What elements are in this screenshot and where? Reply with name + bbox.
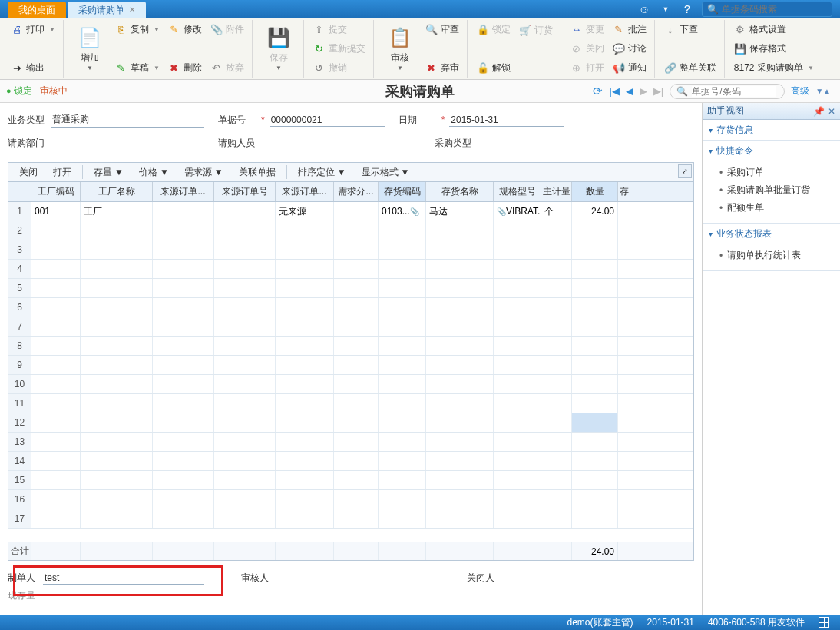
ptype-value[interactable] xyxy=(478,142,608,144)
table-row[interactable]: 3 xyxy=(8,240,693,260)
table-row[interactable]: 11 xyxy=(8,394,693,413)
doc-search[interactable]: 🔍 xyxy=(670,84,785,99)
grid-body[interactable]: 1001工厂一无来源0103... 📎马达📎 VIBRAT...个24.0023… xyxy=(8,202,693,542)
table-row[interactable]: 1001工厂一无来源0103... 📎马达📎 VIBRAT...个24.00 xyxy=(8,202,693,221)
biztype-value[interactable]: 普通采购 xyxy=(51,112,204,128)
discuss-button[interactable]: 💬讨论 xyxy=(610,40,650,58)
tb-expand-button[interactable]: ⤢ xyxy=(678,164,692,178)
col-srcord[interactable]: 来源订单... xyxy=(153,182,214,201)
tb-demand-button[interactable]: 需求源▼ xyxy=(178,166,230,179)
notify-button[interactable]: 📢通知 xyxy=(610,59,650,78)
section-reports[interactable]: ▾业务状态报表 xyxy=(703,224,840,244)
table-row[interactable]: 2 xyxy=(8,221,693,240)
audit-button[interactable]: 📋 审核▼ xyxy=(380,20,420,75)
quick-item-quota[interactable]: 配额生单 xyxy=(719,199,840,217)
col-invcode[interactable]: 存货编码 xyxy=(379,182,426,201)
maker-value[interactable]: test xyxy=(43,572,204,585)
close-panel-icon[interactable]: ✕ xyxy=(828,106,835,117)
col-rownum[interactable] xyxy=(8,182,31,201)
review-button[interactable]: 🔍审查 xyxy=(422,21,462,39)
savefmt-button[interactable]: 💾保存格式 xyxy=(731,40,817,58)
save-button[interactable]: 💾 保存▼ xyxy=(259,20,299,75)
table-row[interactable]: 17 xyxy=(8,509,693,529)
checkdown-button[interactable]: ↓下查 xyxy=(661,21,719,39)
smiley-icon[interactable]: ☺ xyxy=(637,2,651,16)
doc-search-input[interactable] xyxy=(692,86,776,97)
revoke-button[interactable]: ↺撤销 xyxy=(310,59,369,78)
tb-price-button[interactable]: 价格▼ xyxy=(133,166,175,179)
whole-link-button[interactable]: 🔗整单关联 xyxy=(661,59,719,78)
table-row[interactable]: 9 xyxy=(8,356,693,375)
table-row[interactable]: 14 xyxy=(8,452,693,471)
help-icon[interactable]: ? xyxy=(680,2,694,16)
tb-open-button[interactable]: 打开 xyxy=(47,166,78,179)
format-button[interactable]: ⚙格式设置 xyxy=(731,21,817,39)
open-button[interactable]: ⊕打开 xyxy=(567,59,607,78)
barcode-search-input[interactable] xyxy=(722,4,829,15)
collapse-icon[interactable]: ▼▲ xyxy=(815,87,831,95)
note-button[interactable]: ✎批注 xyxy=(610,21,650,39)
col-fname[interactable]: 工厂名称 xyxy=(81,182,153,201)
table-row[interactable]: 7 xyxy=(8,317,693,337)
closer-value[interactable] xyxy=(502,577,663,579)
reject-button[interactable]: ✖弃审 xyxy=(422,59,462,78)
table-row[interactable]: 13 xyxy=(8,433,693,452)
edit-button[interactable]: ✎修改 xyxy=(165,21,205,39)
unlock-button[interactable]: 🔓解锁 xyxy=(474,59,514,78)
discard-button[interactable]: ↶放弃 xyxy=(207,59,247,78)
auditor-value[interactable] xyxy=(276,577,438,579)
col-srcno[interactable]: 来源订单号 xyxy=(214,182,276,201)
quick-item-batch[interactable]: 采购请购单批量订货 xyxy=(719,181,840,199)
col-qty[interactable]: 数量 xyxy=(572,182,618,201)
resubmit-button[interactable]: ↻重新提交 xyxy=(310,40,369,58)
tb-close-button[interactable]: 关闭 xyxy=(13,166,44,179)
table-row[interactable]: 4 xyxy=(8,260,693,279)
doc-select[interactable]: 8172 采购请购单▼ xyxy=(731,59,817,78)
change-button[interactable]: ↔变更 xyxy=(567,21,607,39)
close-button[interactable]: ⊘关闭 xyxy=(567,40,607,58)
submit-button[interactable]: ⇧提交 xyxy=(310,21,369,39)
table-row[interactable]: 10 xyxy=(8,375,693,394)
table-row[interactable]: 6 xyxy=(8,298,693,317)
nav-prev-button[interactable]: ◀ xyxy=(626,85,633,97)
tb-link-button[interactable]: 关联单据 xyxy=(233,166,282,179)
refresh-icon[interactable]: ⟳ xyxy=(593,85,603,98)
col-fcode[interactable]: 工厂编码 xyxy=(31,182,81,201)
date-value[interactable]: 2015-01-31 xyxy=(449,114,564,127)
attach-button[interactable]: 📎附件 xyxy=(207,21,247,39)
delete-button[interactable]: ✖删除 xyxy=(165,59,205,78)
tab-desktop[interactable]: 我的桌面 xyxy=(8,2,66,18)
table-row[interactable]: 5 xyxy=(8,279,693,298)
nav-next-button[interactable]: ▶ xyxy=(640,85,647,97)
table-row[interactable]: 15 xyxy=(8,471,693,490)
col-demand[interactable]: 需求分... xyxy=(334,182,379,201)
table-row[interactable]: 12 xyxy=(8,413,693,433)
person-value[interactable] xyxy=(261,142,421,144)
copy-button[interactable]: ⎘复制▼ xyxy=(112,21,163,39)
col-srcord2[interactable]: 来源订单... xyxy=(276,182,334,201)
tb-display-button[interactable]: 显示格式▼ xyxy=(356,166,416,179)
docno-value[interactable]: 0000000021 xyxy=(270,114,385,127)
order-button[interactable]: 🛒订货 xyxy=(516,21,556,39)
col-more[interactable]: 存 xyxy=(618,182,630,201)
tb-sort-button[interactable]: 排序定位▼ xyxy=(292,166,352,179)
draft-button[interactable]: ✎草稿▼ xyxy=(112,59,163,78)
tb-stock-button[interactable]: 存量▼ xyxy=(88,166,130,179)
pin-icon[interactable]: 📌 xyxy=(813,106,825,117)
section-inventory[interactable]: ▾存货信息 xyxy=(703,120,840,140)
qr-icon[interactable] xyxy=(819,617,829,628)
col-spec[interactable]: 规格型号 xyxy=(494,182,541,201)
section-quick[interactable]: ▾快捷命令 xyxy=(703,141,840,161)
add-button[interactable]: 📄 增加▼ xyxy=(70,20,110,75)
print-button[interactable]: 🖨打印▼ xyxy=(8,21,58,39)
nav-last-button[interactable]: ▶| xyxy=(653,85,663,97)
table-row[interactable]: 8 xyxy=(8,337,693,356)
lock-button[interactable]: 🔒锁定 xyxy=(474,21,514,39)
export-button[interactable]: ➜输出 xyxy=(8,59,58,78)
advanced-link[interactable]: 高级 xyxy=(791,85,809,98)
quick-item-order[interactable]: 采购订单 xyxy=(719,164,840,181)
dept-value[interactable] xyxy=(51,142,204,144)
nav-first-button[interactable]: |◀ xyxy=(609,85,619,97)
barcode-search[interactable]: 🔍 xyxy=(702,2,832,17)
col-invname[interactable]: 存货名称 xyxy=(426,182,494,201)
